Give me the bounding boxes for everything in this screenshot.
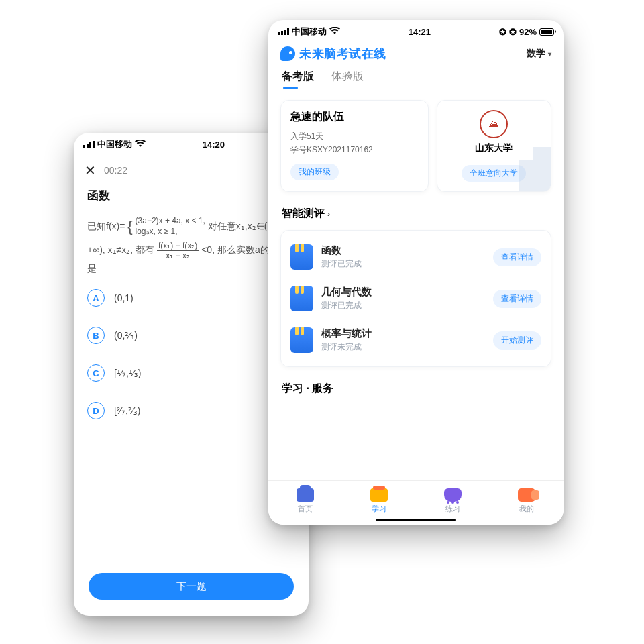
wifi-icon <box>329 26 340 37</box>
status-bar: 中国移动 14:21 ✪ ✪ 92% <box>268 20 564 43</box>
signal-icon <box>278 28 289 35</box>
carrier-label: 中国移动 <box>292 25 327 38</box>
option-text: [²⁄₇,⅔) <box>114 405 140 416</box>
timer-label: 00:22 <box>104 165 127 176</box>
section-smart-assessment[interactable]: 智能测评 › <box>268 192 564 225</box>
view-details-button[interactable]: 查看详情 <box>493 290 541 308</box>
student-id: 学号KSXY2021170162 <box>290 143 419 156</box>
next-question-button[interactable]: 下一题 <box>89 573 294 600</box>
enroll-days: 入学51天 <box>290 129 419 143</box>
tab-label: 我的 <box>519 504 534 514</box>
practice-icon <box>444 488 462 502</box>
book-icon <box>290 244 313 270</box>
battery-icon <box>539 28 554 36</box>
book-icon <box>290 327 313 353</box>
battery-percent: 92% <box>519 27 537 37</box>
tab-mine[interactable]: 我的 <box>518 488 535 514</box>
option-text: [⅐,⅓) <box>114 368 141 378</box>
option-c[interactable]: C [⅐,⅓) <box>87 364 295 382</box>
option-letter: B <box>87 327 105 344</box>
assessment-item[interactable]: 函数 测评已完成 查看详情 <box>290 236 541 278</box>
tab-label: 学习 <box>372 504 386 514</box>
chevron-right-icon: › <box>327 209 330 219</box>
home-indicator <box>376 519 456 521</box>
view-details-button[interactable]: 查看详情 <box>493 248 541 266</box>
signal-icon <box>83 141 95 148</box>
subject-label: 数学 <box>527 48 545 60</box>
alarm-icon: ✪ ✪ <box>499 27 517 37</box>
phone-home-view: 中国移动 14:21 ✪ ✪ 92% 未来脑考试在线 数学 ▾ 备考版 体验版 … <box>268 20 564 525</box>
assessment-status: 测评未完成 <box>321 341 485 353</box>
close-icon[interactable]: ✕ <box>85 162 96 178</box>
user-card[interactable]: 急速的队伍 入学51天 学号KSXY2021170162 我的班级 <box>280 100 429 192</box>
brand-name: 未来脑考试在线 <box>299 46 386 62</box>
university-card[interactable]: ⛰ 山东大学 全班意向大学 <box>437 100 551 192</box>
chevron-down-icon: ▾ <box>548 50 551 58</box>
option-b[interactable]: B (0,⅔) <box>87 327 295 344</box>
assessment-item[interactable]: 几何与代数 测评已完成 查看详情 <box>290 278 541 319</box>
option-a[interactable]: A (0,1) <box>87 289 295 307</box>
option-letter: A <box>87 289 105 307</box>
option-d[interactable]: D [²⁄₇,⅔) <box>87 402 295 419</box>
assessment-item[interactable]: 概率与统计 测评未完成 开始测评 <box>290 319 541 361</box>
assessment-title: 概率与统计 <box>321 327 485 340</box>
profile-icon <box>518 488 535 502</box>
user-name: 急速的队伍 <box>290 110 419 124</box>
start-assessment-button[interactable]: 开始测评 <box>493 331 541 350</box>
section-study-services[interactable]: 学习 · 服务 <box>268 367 564 396</box>
assessment-status: 测评已完成 <box>321 258 485 270</box>
wifi-icon <box>135 139 146 150</box>
option-text: (0,⅔) <box>114 330 138 341</box>
tab-label: 练习 <box>445 504 460 514</box>
option-letter: D <box>87 402 105 419</box>
assessment-status: 测评已完成 <box>321 300 485 311</box>
home-icon <box>297 488 314 502</box>
status-time: 14:21 <box>340 27 500 37</box>
study-icon <box>370 488 388 502</box>
assessment-title: 函数 <box>321 244 485 257</box>
tab-home[interactable]: 首页 <box>297 488 314 514</box>
subject-selector[interactable]: 数学 ▾ <box>527 48 551 60</box>
carrier-label: 中国移动 <box>97 138 132 150</box>
option-letter: C <box>87 364 105 382</box>
tab-label: 首页 <box>298 504 313 514</box>
assessment-title: 几何与代数 <box>321 286 485 299</box>
brand-logo-icon <box>280 46 295 61</box>
mode-tabs: 备考版 体验版 <box>268 63 564 91</box>
assessment-list: 函数 测评已完成 查看详情 几何与代数 测评已完成 查看详情 概率与统计 测评未… <box>280 230 551 367</box>
status-time: 14:20 <box>146 140 282 150</box>
tab-exam-mode[interactable]: 备考版 <box>282 70 314 89</box>
my-class-pill[interactable]: 我的班级 <box>290 164 339 180</box>
option-text: (0,1) <box>114 292 133 303</box>
book-icon <box>290 286 313 311</box>
app-brand: 未来脑考试在线 <box>280 46 386 62</box>
tab-practice[interactable]: 练习 <box>444 488 462 514</box>
tab-trial-mode[interactable]: 体验版 <box>331 70 364 89</box>
building-illustration <box>504 133 551 192</box>
tab-study[interactable]: 学习 <box>370 488 388 514</box>
